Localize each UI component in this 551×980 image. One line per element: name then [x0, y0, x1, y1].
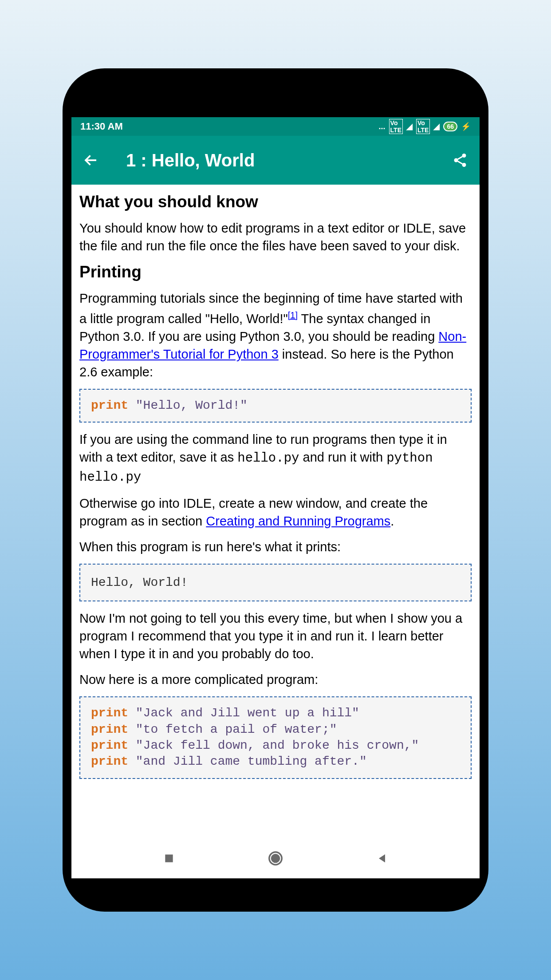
svg-point-3: [462, 163, 466, 167]
page-title: 1 : Hello, World: [126, 150, 449, 170]
section-2-para-6: Now here is a more complicated program:: [79, 671, 472, 688]
svg-point-1: [462, 154, 466, 158]
status-time: 11:30 AM: [80, 121, 123, 132]
svg-line-4: [458, 157, 463, 159]
status-volte-icon-2: VoLTE: [416, 119, 430, 134]
svg-marker-9: [379, 854, 385, 863]
status-icons: ... VoLTE ◢ VoLTE ◢ 66 ⚡: [379, 119, 471, 134]
section-2-para-2: If you are using the command line to run…: [79, 431, 472, 486]
code-block-2: print "Jack and Jill went up a hill" pri…: [79, 696, 472, 779]
status-volte-icon-1: VoLTE: [389, 119, 403, 134]
section-1-paragraph: You should know how to edit programs in …: [79, 219, 472, 255]
code-string: "Hello, World!": [128, 399, 248, 412]
section-2-para-1: Programming tutorials since the beginnin…: [79, 289, 472, 381]
nav-back-button[interactable]: [373, 850, 391, 867]
phone-frame: 11:30 AM ... VoLTE ◢ VoLTE ◢ 66 ⚡ 1 : He…: [63, 68, 488, 912]
share-button[interactable]: [449, 150, 471, 171]
status-more-icon: ...: [379, 122, 386, 131]
section-heading-1: What you should know: [79, 193, 472, 211]
svg-rect-6: [165, 854, 173, 862]
content-area[interactable]: What you should know You should know how…: [71, 185, 480, 838]
code-block-1: print "Hello, World!": [79, 389, 472, 423]
status-signal-icon-2: ◢: [433, 122, 440, 131]
nav-recent-button[interactable]: [160, 850, 178, 867]
navigation-bar: [71, 838, 480, 878]
link-creating-programs[interactable]: Creating and Running Programs: [206, 514, 390, 528]
inline-code-1: hello.py: [237, 451, 299, 466]
footnote-link-1[interactable]: [1]: [288, 310, 298, 320]
section-2-para-4: When this program is run here's what it …: [79, 538, 472, 556]
svg-point-8: [272, 855, 279, 862]
section-2-para-3: Otherwise go into IDLE, create a new win…: [79, 494, 472, 530]
status-signal-icon-1: ◢: [406, 122, 413, 131]
svg-line-5: [458, 161, 463, 164]
phone-screen: 11:30 AM ... VoLTE ◢ VoLTE ◢ 66 ⚡ 1 : He…: [71, 117, 480, 878]
nav-home-button[interactable]: [267, 850, 284, 867]
status-bar: 11:30 AM ... VoLTE ◢ VoLTE ◢ 66 ⚡: [71, 117, 480, 136]
status-battery: 66: [443, 122, 457, 131]
code-keyword: print: [91, 399, 128, 412]
section-heading-2: Printing: [79, 263, 472, 281]
back-button[interactable]: [80, 150, 102, 171]
status-charging-icon: ⚡: [461, 122, 471, 131]
output-block-1: Hello, World!: [79, 564, 472, 601]
section-2-para-5: Now I'm not going to tell you this every…: [79, 609, 472, 663]
app-bar: 1 : Hello, World: [71, 136, 480, 185]
svg-point-2: [454, 158, 458, 162]
